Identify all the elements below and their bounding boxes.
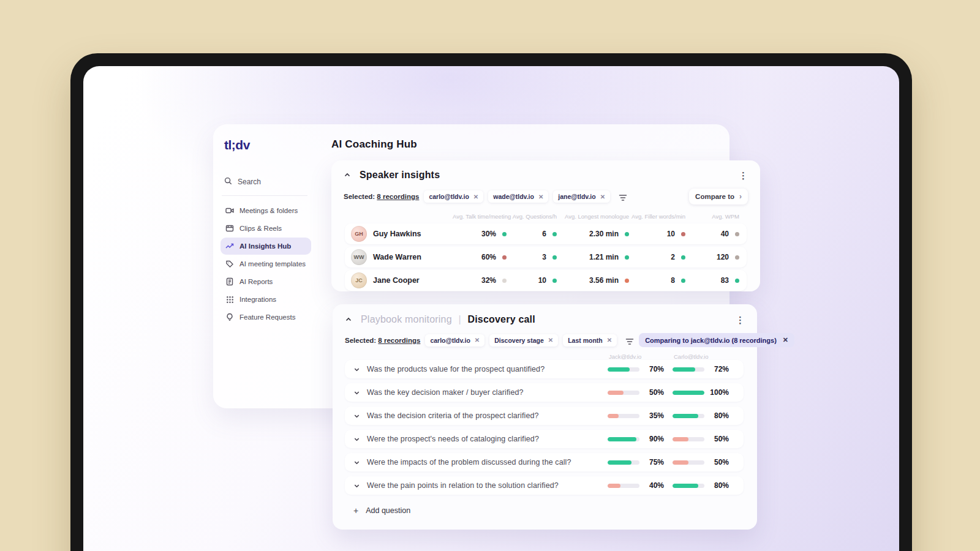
table-row[interactable]: WW Wade Warren 60% 3 1.21 min 2 120 [345,247,747,268]
question-row[interactable]: Was the key decision maker / buyer clari… [345,383,744,402]
close-icon[interactable]: ✕ [783,336,788,344]
metric-value: 30% [481,230,496,238]
status-dot [735,255,739,260]
kebab-menu-icon[interactable]: ⋮ [736,315,745,324]
close-icon[interactable]: ✕ [538,193,543,200]
report-document-icon [225,277,234,286]
progress-bar [673,414,704,418]
status-dot [681,255,685,260]
percent-value: 90% [639,435,664,443]
compare-to-button[interactable]: Compare to › [689,189,748,204]
filter-chip-carlo[interactable]: carlo@tldv.io ✕ [425,334,484,347]
filter-chip-carlo[interactable]: carlo@tldv.io ✕ [424,190,483,203]
question-text: Were the prospect's needs of cataloging … [367,435,539,443]
question-row[interactable]: Were the prospect's needs of cataloging … [345,430,744,448]
column-header: Avg. WPM [685,213,739,220]
filter-chip-jane[interactable]: jane@tldv.io ✕ [553,190,610,203]
speaker-name: Jane Cooper [373,276,420,285]
grid-dots-icon [225,295,234,304]
sidebar-item-meetings-folders[interactable]: Meetings & folders [221,202,311,219]
progress-bar [673,391,704,395]
question-text: Were the pain points in relation to the … [367,481,559,490]
metric-cell: 8 [629,276,685,285]
sidebar-item-clips-reels[interactable]: Clips & Reels [221,220,311,237]
comparing-to-pill[interactable]: Comparing to jack@tldv.io (8 recordings)… [639,333,794,347]
metric-value: 32% [481,276,496,285]
filter-chip-discovery-stage[interactable]: Discovery stage ✕ [489,334,558,347]
video-camera-icon [225,206,234,215]
close-icon[interactable]: ✕ [548,337,553,343]
close-icon[interactable]: ✕ [473,193,478,200]
percent-value: 50% [639,388,664,397]
status-dot [502,255,507,260]
sidebar-item-feature-requests[interactable]: Feature Requests [221,309,311,326]
sidebar-item-label: AI meeting templates [239,260,306,268]
question-row[interactable]: Was the decision criteria of the prospec… [345,407,744,425]
status-dot [681,279,685,283]
filter-chip-wade[interactable]: wade@tldv.io ✕ [488,190,548,203]
avatar: JC [351,272,367,288]
question-row[interactable]: Were the pain points in relation to the … [345,476,744,495]
search-label: Search [238,178,261,186]
close-icon[interactable]: ✕ [600,193,605,200]
progress-bar [673,367,704,372]
sidebar-item-label: Integrations [239,296,276,303]
recordings-link[interactable]: 8 recordings [378,337,420,344]
sidebar-item-ai-insights-hub[interactable]: AI Insights Hub [221,238,311,255]
question-row[interactable]: Were the impacts of the problem discusse… [345,453,744,471]
status-dot [625,279,629,283]
filter-lines-icon[interactable] [625,337,634,344]
panel-title: Speaker insights [360,170,440,181]
column-header: Carlo@tldv.io [674,353,730,360]
metric-cell: 6 [507,230,557,238]
sidebar-item-ai-reports[interactable]: AI Reports [221,273,311,290]
progress-bar [673,460,704,465]
add-question-button[interactable]: + Add question [345,500,745,515]
lightbulb-icon [225,313,234,321]
chevron-down-icon[interactable] [353,413,360,419]
filter-lines-icon[interactable] [619,193,627,200]
filter-chip-last-month[interactable]: Last month ✕ [563,334,617,347]
avatar: WW [351,249,367,265]
recordings-link[interactable]: 8 recordings [377,193,419,200]
metric-value: 60% [481,253,496,261]
progress-bar [608,414,639,418]
metric-value: 10 [538,276,546,285]
search-input[interactable]: Search [224,177,307,187]
column-header: Avg. Longest monologue [557,213,629,220]
metric-cell: 10 [507,276,557,285]
chevron-down-icon[interactable] [353,436,360,443]
collapse-chevron-up-icon[interactable] [344,171,351,179]
sidebar-item-integrations[interactable]: Integrations [221,291,311,308]
progress-bar [608,484,639,488]
percent-value: 100% [704,388,729,397]
sidebar-item-ai-meeting-templates[interactable]: AI meeting templates [221,255,311,272]
metric-cell: 2.30 min [557,230,629,238]
collapse-chevron-up-icon[interactable] [345,316,352,323]
selected-label: Selected: 8 recordings [344,193,419,200]
panel-title-muted: Playbook monitoring [361,314,452,324]
playbook-name: Discovery call [467,314,535,324]
progress-bar [608,391,639,395]
metric-value: 83 [721,276,729,285]
divider [222,195,307,196]
laptop-screen: tl;dv Search Meetings & folders Clips & … [83,66,899,551]
search-icon [224,177,232,187]
column-header: Jack@tldv.io [609,353,674,360]
chevron-down-icon[interactable] [353,482,360,489]
table-row[interactable]: GH Guy Hawkins 30% 6 2.30 min 10 40 [345,223,747,244]
chevron-down-icon[interactable] [353,366,360,373]
tldv-logo: tl;dv [224,138,307,152]
speaker-insights-panel: Speaker insights ⋮ Selected: 8 recording… [331,160,760,291]
question-row[interactable]: Was the products value for the prospect … [345,360,744,378]
table-row[interactable]: JC Jane Cooper 32% 10 3.56 min 8 83 [345,270,747,291]
sidebar-item-label: Clips & Reels [239,225,282,232]
kebab-menu-icon[interactable]: ⋮ [739,171,748,180]
chevron-down-icon[interactable] [353,389,360,396]
sidebar-item-label: Feature Requests [239,313,295,321]
metric-value: 10 [667,230,675,238]
chevron-down-icon[interactable] [353,459,360,466]
close-icon[interactable]: ✕ [475,337,480,343]
column-header: Avg. Talk time/meeting [453,213,507,220]
close-icon[interactable]: ✕ [607,337,612,343]
